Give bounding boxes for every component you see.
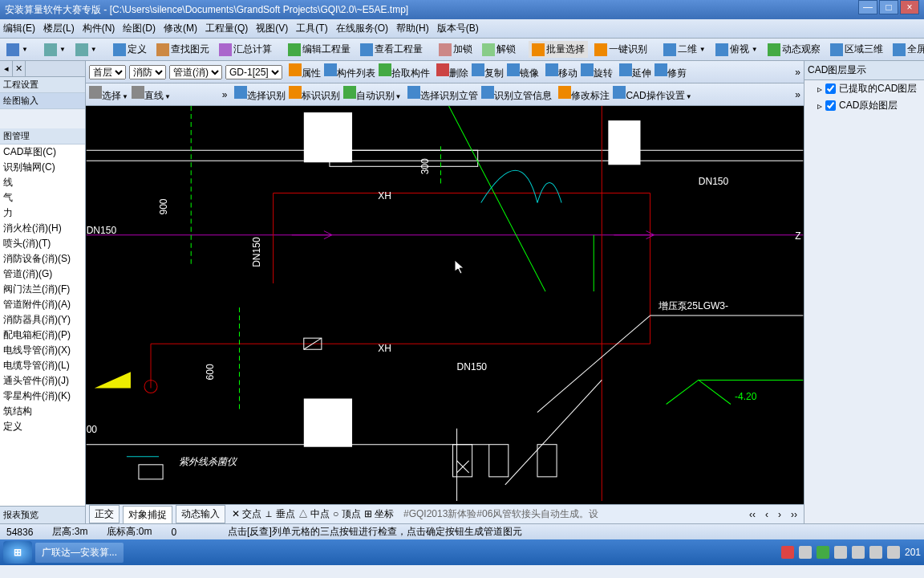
cad-drawing[interactable]: 900 DN150 DN150 300 XH XH DN150 DN150 60… [86,106,804,501]
pipe-type-select[interactable]: 管道(消) [169,65,222,79]
tray-icon[interactable] [799,546,812,559]
tree-item[interactable]: 管道附件(消)(A) [0,297,85,312]
mark-recognize-button[interactable]: 标识识别 [289,86,340,103]
layer-checkbox[interactable] [825,83,836,94]
minimize-button[interactable]: — [858,0,877,14]
sum-calc-button[interactable]: 汇总计算 [216,41,275,58]
tree-item[interactable]: 零星构件(消)(K) [0,389,85,404]
scroll-left-1[interactable]: ‹ [762,509,772,520]
rotate-button[interactable]: 旋转 [581,63,613,80]
tree-item[interactable]: 管道(消)(G) [0,267,85,282]
tray-icon[interactable] [834,546,847,559]
menu-view[interactable]: 视图(V) [256,22,288,35]
tab-draw-input[interactable]: 绘图输入 [0,93,85,109]
unlock-button[interactable]: 解锁 [479,41,519,58]
select-tool[interactable]: 选择▼ [89,86,128,103]
scroll-left[interactable]: ‹‹ [746,509,759,520]
mirror-button[interactable]: 镜像 [507,63,539,80]
tree-item[interactable]: 通头管件(消)(J) [0,373,85,389]
tray-network-icon[interactable] [869,546,882,559]
cad-settings-button[interactable]: CAD操作设置▼ [613,86,691,103]
tree-item[interactable]: 线 [0,175,85,190]
lock-button[interactable]: 加锁 [436,41,476,58]
tree-item[interactable]: 配电箱柜(消)(P) [0,328,85,343]
snap-coord[interactable]: ⊞ 坐标 [364,507,394,521]
menu-draw[interactable]: 绘图(D) [123,22,156,35]
copy-button[interactable]: 复制 [472,63,504,80]
component-tree[interactable]: CAD草图(C) 识别轴网(C) 线 气 力 消火栓(消)(H) 喷头(消)(T… [0,144,85,506]
undo-button[interactable]: ▼ [41,42,69,58]
riser-info-button[interactable]: 识别立管信息 [481,86,552,103]
menu-online[interactable]: 在线服务(O) [336,22,388,35]
edit-quantity-button[interactable]: 编辑工程量 [285,41,354,58]
tree-item[interactable]: 识别轴网(C) [0,160,85,175]
attributes-button[interactable]: 属性 [289,63,321,80]
select-riser-button[interactable]: 选择识别立管 [407,86,478,103]
menu-floor[interactable]: 楼层(L) [43,22,75,35]
tray-clock[interactable]: 201 [905,547,921,558]
tray-icon[interactable] [817,546,829,559]
expand-icon[interactable]: ▹ [817,83,822,95]
modify-mark-button[interactable]: 修改标注 [558,86,610,103]
line-tool[interactable]: 直线▼ [132,86,171,103]
maximize-button[interactable]: □ [879,0,898,14]
taskbar-app[interactable]: 广联达—安装算... [35,543,124,563]
ortho-toggle[interactable]: 正交 [89,505,120,523]
osnap-toggle[interactable]: 对象捕捉 [123,506,172,523]
batch-select-button[interactable]: 批量选择 [529,41,588,58]
tree-item[interactable]: 阀门法兰(消)(F) [0,282,85,297]
tab-project-settings[interactable]: 工程设置 [0,77,85,93]
toolbar-overflow[interactable]: » [795,89,800,100]
tree-item[interactable]: 力 [0,206,85,221]
pick-component-button[interactable]: 拾取构件 [379,63,430,80]
tree-item[interactable]: 定义 [0,419,85,434]
menu-version[interactable]: 版本号(B) [437,22,479,35]
delete-button[interactable]: 删除 [436,63,468,80]
auto-recognize-button[interactable]: 自动识别▼ [343,86,402,103]
dyn-input-toggle[interactable]: 动态输入 [176,505,225,523]
tree-item[interactable]: 电缆导管(消)(L) [0,358,85,373]
tree-item[interactable]: 消火栓(消)(H) [0,221,85,236]
toolbar-overflow[interactable]: » [795,67,800,78]
region-3d-button[interactable]: 区域三维 [827,41,886,58]
start-button[interactable]: ⊞ [3,541,32,564]
define-button[interactable]: 定义 [110,41,150,58]
two-d-button[interactable]: 二维▼ [660,41,709,58]
report-preview-tab[interactable]: 报表预览 [0,506,85,523]
move-button[interactable]: 移动 [545,63,578,80]
extend-button[interactable]: 延伸 [619,63,651,80]
tray-icon[interactable] [781,546,794,559]
menu-modify[interactable]: 修改(M) [164,22,197,35]
menu-quantity[interactable]: 工程量(Q) [205,22,248,35]
menu-tool[interactable]: 工具(T) [296,22,327,35]
tree-item[interactable]: 消防设备(消)(S) [0,251,85,267]
save-button[interactable]: ▼ [3,42,31,58]
top-view-button[interactable]: 俯视▼ [712,41,761,58]
tree-item[interactable]: 喷头(消)(T) [0,236,85,251]
layer-checkbox[interactable] [825,100,836,111]
select-recognize-button[interactable]: 选择识别 [234,86,286,103]
snap-vertex[interactable]: ○ 顶点 [333,507,361,521]
dynamic-observe-button[interactable]: 动态观察 [764,41,824,58]
one-key-recognize-button[interactable]: 一键识别 [591,41,650,58]
menu-edit[interactable]: 编辑(E) [3,22,35,35]
view-quantity-button[interactable]: 查看工程量 [357,41,426,58]
redo-button[interactable]: ▼ [72,42,100,58]
component-list-button[interactable]: 构件列表 [324,63,375,80]
tree-item[interactable]: 气 [0,190,85,206]
left-tab-close-x[interactable]: ✕ [13,61,26,76]
trim-button[interactable]: 修剪 [654,63,687,80]
tree-item[interactable]: 电线导管(消)(X) [0,343,85,358]
tray-icon[interactable] [852,546,865,559]
left-tab-close[interactable]: ◂ [0,61,13,76]
tree-item[interactable]: 消防器具(消)(Y) [0,312,85,328]
snap-perpendicular[interactable]: ⊥ 垂点 [265,507,294,521]
drawing-canvas[interactable]: 首层 消防 管道(消) GD-1[25] 属性 构件列表 拾取构件 删除 复制 … [86,61,804,523]
tray-volume-icon[interactable] [887,546,900,559]
code-select[interactable]: GD-1[25] [225,65,282,79]
find-element-button[interactable]: 查找图元 [153,41,213,58]
menu-component[interactable]: 构件(N) [83,22,116,35]
snap-midpoint[interactable]: △ 中点 [298,507,330,521]
tree-item[interactable]: CAD草图(C) [0,144,85,160]
system-select[interactable]: 消防 [129,65,166,79]
